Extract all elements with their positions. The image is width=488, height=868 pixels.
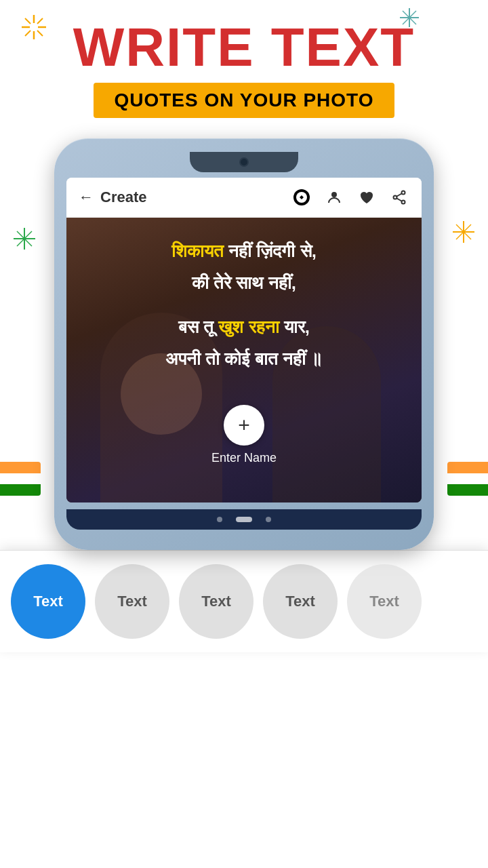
enter-name-label: Enter Name — [211, 451, 277, 465]
quote-text-3b: यार, — [279, 317, 310, 337]
quote-text-overlay: शिकायत नहीं ज़िंदगी से, की तेरे साथ नहीं… — [66, 218, 422, 391]
quote-highlight-3: खुश रहना — [218, 317, 279, 337]
quote-text-3a: बस तू — [178, 317, 218, 337]
sparkle-top-right-icon — [399, 7, 420, 33]
phone-wrapper: ← Create — [0, 138, 488, 550]
text-option-1[interactable]: Text — [11, 564, 85, 639]
back-arrow-icon[interactable]: ← — [79, 189, 94, 206]
phone-camera — [239, 157, 249, 167]
quote-line-1: शिकायत नहीं ज़िंदगी से, — [80, 238, 408, 264]
text-option-3[interactable]: Text — [179, 564, 253, 639]
enter-name-button[interactable]: + — [224, 405, 264, 446]
flag-stripe-right — [447, 462, 488, 496]
svg-point-24 — [394, 196, 397, 199]
text-option-4-label: Text — [285, 593, 315, 610]
sparkle-top-left-icon — [20, 14, 47, 45]
svg-line-7 — [25, 31, 30, 36]
text-option-1-label: Text — [33, 593, 63, 610]
quote-gap — [80, 302, 408, 314]
nav-dot-3 — [266, 517, 271, 522]
plus-icon: + — [238, 415, 250, 435]
bottom-panel: Text Text Text Text Text — [0, 550, 488, 652]
subtitle-banner: QUOTES ON YOUR PHOTO — [94, 83, 394, 118]
text-option-5[interactable]: Text — [347, 564, 422, 639]
text-option-2-label: Text — [117, 593, 147, 610]
svg-line-5 — [37, 31, 43, 36]
app-bar: ← Create — [66, 178, 422, 218]
phone-frame: ← Create — [54, 138, 434, 550]
edit-icon[interactable] — [291, 187, 312, 208]
nav-dot-2 — [236, 517, 252, 522]
phone-notch-area — [66, 152, 422, 172]
heart-icon[interactable] — [357, 187, 377, 208]
quote-line-2: की तेरे साथ नहीं, — [80, 270, 408, 296]
subtitle-text: QUOTES ON YOUR PHOTO — [114, 90, 373, 111]
text-option-3-label: Text — [201, 593, 231, 610]
quote-line-3: बस तू खुश रहना यार, — [80, 314, 408, 340]
svg-point-22 — [331, 192, 337, 197]
app-bar-title: Create — [100, 189, 291, 206]
quote-highlight-1: शिकायत — [171, 241, 224, 261]
svg-point-25 — [402, 201, 405, 204]
app-bar-icons — [291, 187, 409, 208]
flag-stripe-left — [0, 462, 41, 496]
enter-name-section: + Enter Name — [66, 391, 422, 486]
svg-point-23 — [402, 191, 405, 195]
share-icon[interactable] — [389, 187, 409, 208]
text-option-2[interactable]: Text — [95, 564, 169, 639]
svg-line-6 — [37, 18, 43, 24]
phone-bottom-nav — [66, 509, 422, 530]
svg-line-26 — [397, 194, 402, 197]
user-icon[interactable] — [324, 187, 344, 208]
phone-screen: ← Create — [66, 178, 422, 502]
svg-line-4 — [25, 18, 30, 24]
text-option-5-label: Text — [369, 593, 399, 610]
text-option-4[interactable]: Text — [263, 564, 338, 639]
quote-image-area: शिकायत नहीं ज़िंदगी से, की तेरे साथ नहीं… — [66, 218, 422, 502]
quote-line-4: अपनी तो कोई बात नहीं ॥ — [80, 346, 408, 372]
svg-line-27 — [397, 199, 402, 201]
nav-dot-1 — [217, 517, 222, 522]
text-options-row: Text Text Text Text Text — [0, 551, 488, 652]
sparkle-left-mid-icon — [12, 226, 37, 254]
sparkle-right-mid-icon — [451, 220, 476, 247]
header-area: WRITE TEXT QUOTES ON YOUR PHOTO — [0, 0, 488, 125]
phone-notch — [190, 152, 298, 172]
quote-text-1: नहीं ज़िंदगी से, — [224, 241, 317, 261]
